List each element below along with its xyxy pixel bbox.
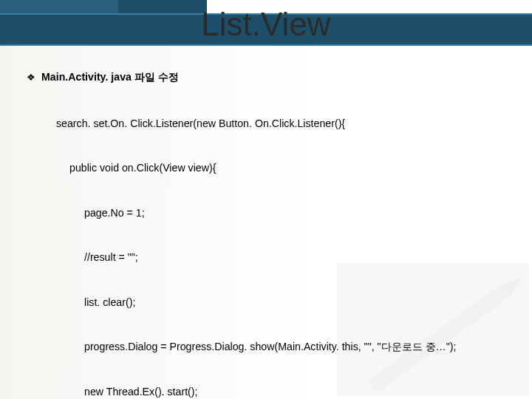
code-block-1: search. set.On. Click.Listener(new Butto… — [27, 86, 514, 399]
slide-content: ❖ Main.Activity. java 파일 수정 search. set.… — [27, 69, 514, 399]
bullet-row: ❖ Main.Activity. java 파일 수정 — [27, 69, 514, 84]
slide: List.View ❖ Main.Activity. java 파일 수정 se… — [0, 0, 532, 399]
slide-header: List.View — [0, 0, 532, 55]
code-line: public void on.Click(View view){ — [27, 160, 514, 175]
header-stripe — [0, 0, 532, 13]
title-band — [0, 13, 532, 46]
code-line: search. set.On. Click.Listener(new Butto… — [27, 116, 514, 131]
code-line: page.No = 1; — [27, 205, 514, 220]
code-line: new Thread.Ex(). start(); — [27, 384, 514, 399]
code-line: progress.Dialog = Progress.Dialog. show(… — [27, 339, 514, 354]
bullet-heading: Main.Activity. java 파일 수정 — [41, 69, 179, 84]
diamond-bullet-icon: ❖ — [27, 71, 35, 84]
code-line: list. clear(); — [27, 295, 514, 310]
code-line: //result = ""; — [27, 250, 514, 265]
